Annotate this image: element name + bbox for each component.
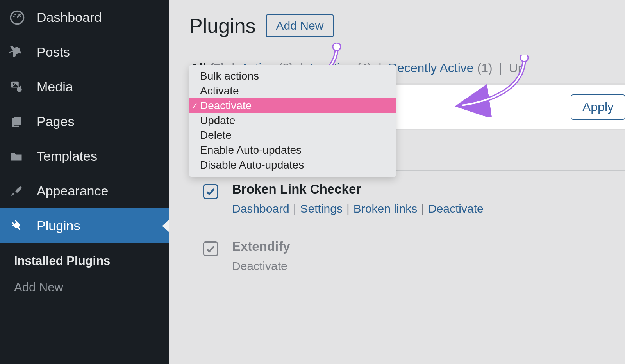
submenu-add-new[interactable]: Add New xyxy=(14,277,169,303)
bulk-option-update[interactable]: Update xyxy=(189,113,396,128)
filter-recently-active[interactable]: Recently Active (1) xyxy=(388,61,493,75)
svg-point-6 xyxy=(13,83,15,85)
sidebar-label: Media xyxy=(37,79,73,94)
sidebar-label: Plugins xyxy=(37,218,80,233)
page-title-row: Plugins Add New xyxy=(189,14,334,37)
admin-sidebar: Dashboard Posts Media Pages Templates Ap… xyxy=(0,0,169,364)
plugin-action-link[interactable]: Dashboard xyxy=(232,202,289,215)
svg-point-3 xyxy=(18,13,20,15)
svg-point-1 xyxy=(13,15,15,17)
sidebar-label: Dashboard xyxy=(37,10,102,25)
plug-icon xyxy=(9,219,37,233)
bulk-option-bulk-actions[interactable]: Bulk actions xyxy=(189,69,396,83)
sidebar-item-templates[interactable]: Templates xyxy=(0,139,169,174)
sidebar-item-plugins[interactable]: Plugins xyxy=(0,208,169,243)
plugin-checkbox[interactable] xyxy=(203,184,218,199)
bulk-actions-dropdown[interactable]: Bulk actions Activate Deactivate Update … xyxy=(189,65,396,177)
bulk-option-activate[interactable]: Activate xyxy=(189,83,396,98)
main-content: Plugins Add New All (7) | ActiveActive (… xyxy=(169,0,625,364)
plugin-name: Broken Link Checker xyxy=(232,182,625,197)
plugin-action-link[interactable]: Settings xyxy=(300,202,343,215)
apply-button[interactable]: Apply xyxy=(571,94,625,120)
sidebar-label: Pages xyxy=(37,114,74,129)
bulk-actions-row: Apply xyxy=(391,85,625,129)
bulk-option-disable-auto[interactable]: Disable Auto-updates xyxy=(189,158,396,172)
sidebar-label: Templates xyxy=(37,149,97,164)
sidebar-label: Posts xyxy=(37,44,70,60)
bulk-option-delete[interactable]: Delete xyxy=(189,128,396,143)
brush-icon xyxy=(9,184,37,198)
filter-update-cut: Up xyxy=(509,61,525,75)
plugin-action-link[interactable]: Deactivate xyxy=(232,259,288,272)
svg-rect-8 xyxy=(14,116,21,125)
sidebar-item-pages[interactable]: Pages xyxy=(0,104,169,139)
plugin-actions: Dashboard|Settings|Broken links|Deactiva… xyxy=(232,202,625,215)
bulk-option-enable-auto[interactable]: Enable Auto-updates xyxy=(189,143,396,158)
svg-point-2 xyxy=(14,13,16,15)
pages-icon xyxy=(9,115,37,129)
sidebar-label: Appearance xyxy=(37,183,108,199)
media-icon xyxy=(9,80,37,94)
sidebar-item-media[interactable]: Media xyxy=(0,69,169,104)
add-new-button[interactable]: Add New xyxy=(266,14,334,37)
sidebar-submenu: Installed Plugins Add New xyxy=(0,243,169,303)
folder-icon xyxy=(9,149,37,163)
plugin-list: Broken Link Checker Dashboard|Settings|B… xyxy=(189,170,625,285)
plugin-row: Broken Link Checker Dashboard|Settings|B… xyxy=(189,170,625,228)
svg-point-9 xyxy=(333,43,341,51)
svg-point-4 xyxy=(20,15,21,17)
submenu-installed-plugins[interactable]: Installed Plugins xyxy=(14,250,169,277)
sidebar-item-posts[interactable]: Posts xyxy=(0,35,169,69)
sidebar-item-appearance[interactable]: Appearance xyxy=(0,174,169,208)
plugin-actions: Deactivate xyxy=(232,259,625,273)
bulk-option-deactivate[interactable]: Deactivate xyxy=(189,98,396,113)
plugin-action-link[interactable]: Deactivate xyxy=(428,202,484,215)
plugin-action-link[interactable]: Broken links xyxy=(354,202,417,215)
dashboard-icon xyxy=(9,10,37,25)
plugin-checkbox[interactable] xyxy=(203,241,218,256)
sidebar-item-dashboard[interactable]: Dashboard xyxy=(0,0,169,35)
plugin-row: Extendify Deactivate xyxy=(189,228,625,285)
plugin-name: Extendify xyxy=(232,239,625,254)
pin-icon xyxy=(9,45,37,59)
page-title: Plugins xyxy=(189,14,256,37)
